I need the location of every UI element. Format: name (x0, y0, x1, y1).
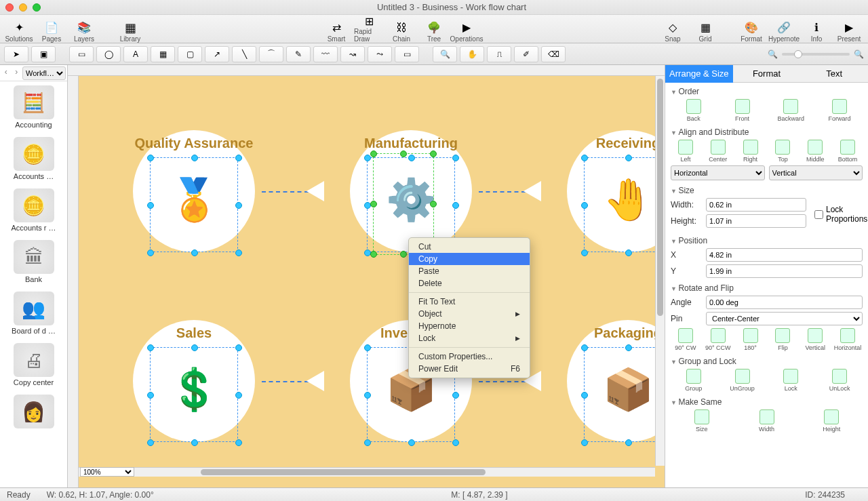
lib-fwd[interactable]: › (12, 67, 22, 79)
ctx-custom-properties-[interactable]: Custom Properties... (409, 350, 530, 363)
ctx-paste[interactable]: Paste (409, 265, 530, 277)
tab-format[interactable]: Format (733, 65, 801, 83)
align-right[interactable]: Right (736, 140, 766, 163)
align-horizontal[interactable]: Horizontal (671, 165, 765, 180)
select-tool[interactable]: ▣ (31, 46, 56, 62)
node-pkg[interactable]: Packaging📦 (547, 300, 665, 462)
grid-button[interactable]: ▦Grid (690, 16, 720, 43)
align-bottom[interactable]: Bottom (833, 140, 863, 163)
node-sales[interactable]: Sales💲 (113, 300, 275, 462)
group-unlock[interactable]: UnLock (816, 369, 863, 392)
smart-connector-tool[interactable]: ⤳ (368, 46, 392, 62)
tab-text[interactable]: Text (800, 65, 868, 83)
order-backward[interactable]: Backward (768, 99, 814, 122)
lock-proportions[interactable] (814, 210, 823, 219)
hscroll[interactable] (79, 467, 655, 477)
ctx-copy[interactable]: Copy (409, 253, 530, 265)
node-recv[interactable]: Receiving🤚 (547, 110, 665, 273)
ellipse-shape[interactable]: ◯ (96, 46, 121, 62)
line-tool[interactable]: ↗ (205, 46, 229, 62)
zoom-window[interactable] (33, 3, 41, 12)
connector-tool[interactable]: ↝ (340, 46, 365, 62)
lib-item-accounts-p[interactable]: 🪙Accounts … (0, 133, 67, 184)
ctx-delete[interactable]: Delete (409, 277, 530, 289)
pointer-tool[interactable]: ➤ (4, 46, 28, 62)
order-forward[interactable]: Forward (816, 99, 863, 122)
node-qa[interactable]: Quality Assurance🏅 (113, 110, 275, 273)
solutions-button[interactable]: ✦Solutions (4, 16, 34, 43)
operations-button[interactable]: ▶Operations (452, 16, 481, 43)
rapiddraw-button[interactable]: ⊞Rapid Draw (354, 16, 384, 43)
order-front[interactable]: Front (719, 99, 766, 122)
zoom-out-icon[interactable]: 🔍 (768, 49, 778, 59)
pin-select[interactable]: Center-Center (706, 312, 863, 325)
eraser-tool[interactable]: ⌫ (541, 46, 566, 62)
library-button[interactable]: ▦ Library (115, 16, 145, 43)
height-input[interactable] (706, 214, 806, 228)
vscroll[interactable] (655, 76, 665, 466)
text-tool[interactable]: A (123, 46, 148, 62)
ctx-hypernote[interactable]: Hypernote (409, 320, 530, 332)
eyedrop-tool[interactable]: ✐ (514, 46, 538, 62)
zoom-select[interactable]: 100% (80, 467, 134, 477)
rect-shape[interactable]: ▭ (69, 46, 94, 62)
ctx-power-edit[interactable]: Power EditF6 (409, 363, 530, 375)
container-tool[interactable]: ▭ (395, 46, 419, 62)
snap-button[interactable]: ◇Snap (658, 16, 688, 43)
canvas[interactable]: Packaging📦Inventory📦Sales💲Receiving🤚Manu… (79, 76, 665, 487)
lib-item-bank[interactable]: 🏛Bank (0, 236, 67, 287)
diag-tool[interactable]: ╲ (232, 46, 256, 62)
chain-button[interactable]: ⛓Chain (387, 16, 416, 43)
rotate-horizontal[interactable]: Horizontal (833, 328, 863, 351)
zoom-slider[interactable] (782, 53, 850, 56)
align-center[interactable]: Center (703, 140, 733, 163)
pan-tool[interactable]: ✋ (460, 46, 484, 62)
order-back[interactable]: Back (671, 99, 717, 122)
tree-button[interactable]: 🌳Tree (419, 16, 449, 43)
align-top[interactable]: Top (768, 140, 797, 163)
rotate-ccw[interactable]: 90° CCW (703, 328, 733, 351)
pos-y-input[interactable] (706, 264, 863, 278)
stamp-tool[interactable]: ⎍ (487, 46, 511, 62)
format-button[interactable]: 🎨Format (736, 16, 766, 43)
lib-back[interactable]: ‹ (1, 67, 11, 79)
group-lock[interactable]: Lock (768, 369, 814, 392)
align-left[interactable]: Left (671, 140, 701, 163)
minimize-window[interactable] (19, 3, 27, 12)
align-vertical[interactable]: Vertical (769, 165, 863, 180)
ctx-lock[interactable]: Lock (409, 332, 530, 344)
rotate-flip[interactable]: Flip (768, 328, 797, 351)
lib-item-copy-center[interactable]: 🖨Copy center (0, 339, 67, 390)
lib-item-accounting[interactable]: 🧮Accounting (0, 81, 67, 133)
same-size[interactable]: Size (671, 409, 733, 433)
layers-button[interactable]: 📚Layers (69, 16, 99, 43)
group-group[interactable]: Group (671, 369, 717, 392)
lib-item-person[interactable]: 👩 (0, 390, 67, 434)
lib-item-accounts-r[interactable]: 🪙Accounts r … (0, 184, 67, 236)
rotate-cw[interactable]: 90° CW (671, 328, 701, 351)
smart-button[interactable]: ⇄Smart (321, 16, 351, 43)
group-ungroup[interactable]: UnGroup (719, 369, 766, 392)
table-tool[interactable]: ▦ (151, 46, 175, 62)
pages-button[interactable]: 📄Pages (37, 16, 66, 43)
note-tool[interactable]: ▢ (178, 46, 202, 62)
bezier-tool[interactable]: 〰 (313, 46, 338, 62)
align-middle[interactable]: Middle (800, 140, 830, 163)
close-window[interactable] (5, 3, 14, 12)
info-button[interactable]: ℹInfo (802, 16, 831, 43)
ctx-cut[interactable]: Cut (409, 241, 530, 253)
rotate-vertical[interactable]: Vertical (800, 328, 830, 351)
same-height[interactable]: Height (800, 409, 863, 433)
same-width[interactable]: Width (736, 409, 798, 433)
angle-input[interactable] (706, 296, 863, 309)
pos-x-input[interactable] (706, 248, 863, 262)
tab-arrange-size[interactable]: Arrange & Size (665, 65, 733, 83)
lib-selector[interactable]: Workfl… (22, 66, 66, 80)
zoom-in-tool[interactable]: 🔍 (433, 46, 457, 62)
present-button[interactable]: ▶Present (834, 16, 864, 43)
ctx-object[interactable]: Object (409, 308, 530, 320)
lib-item-board[interactable]: 👥Board of d … (0, 287, 67, 339)
ctx-fit-to-text[interactable]: Fit To Text (409, 296, 530, 308)
rotate-[interactable]: 180° (736, 328, 766, 351)
arc-tool[interactable]: ⌒ (259, 46, 283, 62)
